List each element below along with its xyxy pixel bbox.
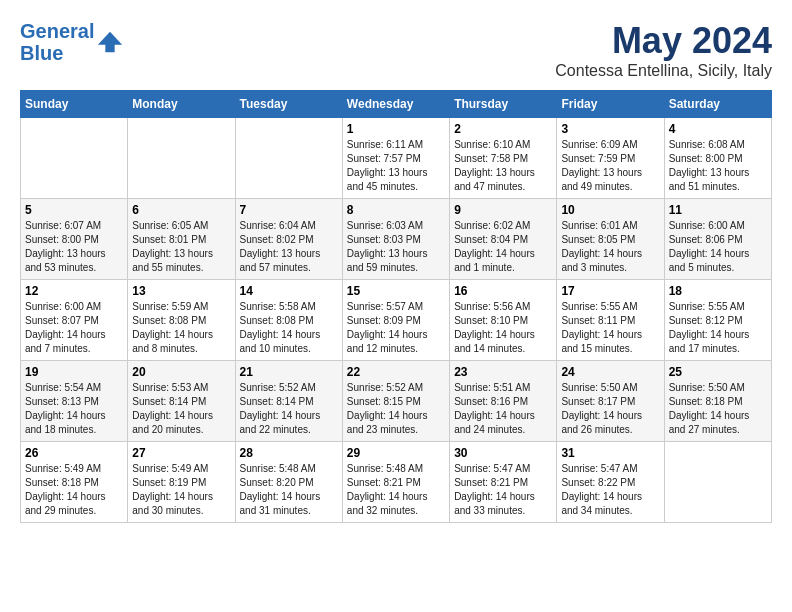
day-number: 27: [132, 446, 230, 460]
logo: General Blue: [20, 20, 124, 64]
day-cell: 28Sunrise: 5:48 AMSunset: 8:20 PMDayligh…: [235, 442, 342, 523]
day-cell: 15Sunrise: 5:57 AMSunset: 8:09 PMDayligh…: [342, 280, 449, 361]
day-cell: 13Sunrise: 5:59 AMSunset: 8:08 PMDayligh…: [128, 280, 235, 361]
calendar-body: 1Sunrise: 6:11 AMSunset: 7:57 PMDaylight…: [21, 118, 772, 523]
day-info: Sunrise: 5:48 AMSunset: 8:20 PMDaylight:…: [240, 462, 338, 518]
day-cell: 14Sunrise: 5:58 AMSunset: 8:08 PMDayligh…: [235, 280, 342, 361]
header: General Blue May 2024 Contessa Entellina…: [20, 20, 772, 80]
day-cell: 25Sunrise: 5:50 AMSunset: 8:18 PMDayligh…: [664, 361, 771, 442]
calendar-subtitle: Contessa Entellina, Sicily, Italy: [555, 62, 772, 80]
header-cell-monday: Monday: [128, 91, 235, 118]
day-cell: [21, 118, 128, 199]
day-info: Sunrise: 5:49 AMSunset: 8:19 PMDaylight:…: [132, 462, 230, 518]
day-number: 20: [132, 365, 230, 379]
title-area: May 2024 Contessa Entellina, Sicily, Ita…: [555, 20, 772, 80]
day-info: Sunrise: 5:50 AMSunset: 8:18 PMDaylight:…: [669, 381, 767, 437]
day-cell: 8Sunrise: 6:03 AMSunset: 8:03 PMDaylight…: [342, 199, 449, 280]
svg-marker-0: [98, 32, 122, 53]
day-info: Sunrise: 5:57 AMSunset: 8:09 PMDaylight:…: [347, 300, 445, 356]
day-cell: [664, 442, 771, 523]
day-number: 26: [25, 446, 123, 460]
day-cell: 6Sunrise: 6:05 AMSunset: 8:01 PMDaylight…: [128, 199, 235, 280]
day-number: 16: [454, 284, 552, 298]
day-cell: 17Sunrise: 5:55 AMSunset: 8:11 PMDayligh…: [557, 280, 664, 361]
day-number: 31: [561, 446, 659, 460]
day-info: Sunrise: 6:05 AMSunset: 8:01 PMDaylight:…: [132, 219, 230, 275]
day-number: 9: [454, 203, 552, 217]
day-number: 5: [25, 203, 123, 217]
day-info: Sunrise: 5:54 AMSunset: 8:13 PMDaylight:…: [25, 381, 123, 437]
day-cell: 31Sunrise: 5:47 AMSunset: 8:22 PMDayligh…: [557, 442, 664, 523]
calendar-table: SundayMondayTuesdayWednesdayThursdayFrid…: [20, 90, 772, 523]
day-number: 24: [561, 365, 659, 379]
day-number: 7: [240, 203, 338, 217]
day-cell: 3Sunrise: 6:09 AMSunset: 7:59 PMDaylight…: [557, 118, 664, 199]
day-cell: 11Sunrise: 6:00 AMSunset: 8:06 PMDayligh…: [664, 199, 771, 280]
day-info: Sunrise: 6:11 AMSunset: 7:57 PMDaylight:…: [347, 138, 445, 194]
day-info: Sunrise: 6:00 AMSunset: 8:07 PMDaylight:…: [25, 300, 123, 356]
day-number: 3: [561, 122, 659, 136]
week-row-2: 12Sunrise: 6:00 AMSunset: 8:07 PMDayligh…: [21, 280, 772, 361]
day-cell: 18Sunrise: 5:55 AMSunset: 8:12 PMDayligh…: [664, 280, 771, 361]
day-cell: 16Sunrise: 5:56 AMSunset: 8:10 PMDayligh…: [450, 280, 557, 361]
day-number: 15: [347, 284, 445, 298]
day-number: 4: [669, 122, 767, 136]
day-number: 6: [132, 203, 230, 217]
day-cell: 1Sunrise: 6:11 AMSunset: 7:57 PMDaylight…: [342, 118, 449, 199]
day-cell: 9Sunrise: 6:02 AMSunset: 8:04 PMDaylight…: [450, 199, 557, 280]
header-cell-wednesday: Wednesday: [342, 91, 449, 118]
logo-text: General Blue: [20, 20, 94, 64]
day-number: 19: [25, 365, 123, 379]
day-info: Sunrise: 5:53 AMSunset: 8:14 PMDaylight:…: [132, 381, 230, 437]
day-cell: 5Sunrise: 6:07 AMSunset: 8:00 PMDaylight…: [21, 199, 128, 280]
day-number: 25: [669, 365, 767, 379]
day-number: 14: [240, 284, 338, 298]
day-number: 2: [454, 122, 552, 136]
day-info: Sunrise: 5:51 AMSunset: 8:16 PMDaylight:…: [454, 381, 552, 437]
calendar-header-row: SundayMondayTuesdayWednesdayThursdayFrid…: [21, 91, 772, 118]
day-number: 23: [454, 365, 552, 379]
day-number: 13: [132, 284, 230, 298]
day-info: Sunrise: 6:00 AMSunset: 8:06 PMDaylight:…: [669, 219, 767, 275]
header-cell-saturday: Saturday: [664, 91, 771, 118]
day-cell: 23Sunrise: 5:51 AMSunset: 8:16 PMDayligh…: [450, 361, 557, 442]
header-cell-tuesday: Tuesday: [235, 91, 342, 118]
day-number: 29: [347, 446, 445, 460]
day-info: Sunrise: 5:52 AMSunset: 8:14 PMDaylight:…: [240, 381, 338, 437]
day-cell: 27Sunrise: 5:49 AMSunset: 8:19 PMDayligh…: [128, 442, 235, 523]
day-info: Sunrise: 5:52 AMSunset: 8:15 PMDaylight:…: [347, 381, 445, 437]
day-info: Sunrise: 5:55 AMSunset: 8:12 PMDaylight:…: [669, 300, 767, 356]
day-info: Sunrise: 5:56 AMSunset: 8:10 PMDaylight:…: [454, 300, 552, 356]
day-info: Sunrise: 6:09 AMSunset: 7:59 PMDaylight:…: [561, 138, 659, 194]
day-number: 8: [347, 203, 445, 217]
day-number: 17: [561, 284, 659, 298]
day-cell: [235, 118, 342, 199]
day-info: Sunrise: 5:58 AMSunset: 8:08 PMDaylight:…: [240, 300, 338, 356]
day-cell: 22Sunrise: 5:52 AMSunset: 8:15 PMDayligh…: [342, 361, 449, 442]
day-cell: 26Sunrise: 5:49 AMSunset: 8:18 PMDayligh…: [21, 442, 128, 523]
day-cell: 29Sunrise: 5:48 AMSunset: 8:21 PMDayligh…: [342, 442, 449, 523]
day-info: Sunrise: 6:08 AMSunset: 8:00 PMDaylight:…: [669, 138, 767, 194]
header-cell-friday: Friday: [557, 91, 664, 118]
day-cell: 4Sunrise: 6:08 AMSunset: 8:00 PMDaylight…: [664, 118, 771, 199]
day-cell: 7Sunrise: 6:04 AMSunset: 8:02 PMDaylight…: [235, 199, 342, 280]
day-cell: 24Sunrise: 5:50 AMSunset: 8:17 PMDayligh…: [557, 361, 664, 442]
header-cell-thursday: Thursday: [450, 91, 557, 118]
day-info: Sunrise: 6:04 AMSunset: 8:02 PMDaylight:…: [240, 219, 338, 275]
day-info: Sunrise: 5:59 AMSunset: 8:08 PMDaylight:…: [132, 300, 230, 356]
day-info: Sunrise: 6:03 AMSunset: 8:03 PMDaylight:…: [347, 219, 445, 275]
day-cell: [128, 118, 235, 199]
header-cell-sunday: Sunday: [21, 91, 128, 118]
day-number: 21: [240, 365, 338, 379]
day-cell: 20Sunrise: 5:53 AMSunset: 8:14 PMDayligh…: [128, 361, 235, 442]
week-row-0: 1Sunrise: 6:11 AMSunset: 7:57 PMDaylight…: [21, 118, 772, 199]
day-info: Sunrise: 6:10 AMSunset: 7:58 PMDaylight:…: [454, 138, 552, 194]
week-row-1: 5Sunrise: 6:07 AMSunset: 8:00 PMDaylight…: [21, 199, 772, 280]
day-number: 10: [561, 203, 659, 217]
day-number: 11: [669, 203, 767, 217]
day-cell: 12Sunrise: 6:00 AMSunset: 8:07 PMDayligh…: [21, 280, 128, 361]
day-number: 12: [25, 284, 123, 298]
day-number: 28: [240, 446, 338, 460]
week-row-4: 26Sunrise: 5:49 AMSunset: 8:18 PMDayligh…: [21, 442, 772, 523]
day-number: 22: [347, 365, 445, 379]
